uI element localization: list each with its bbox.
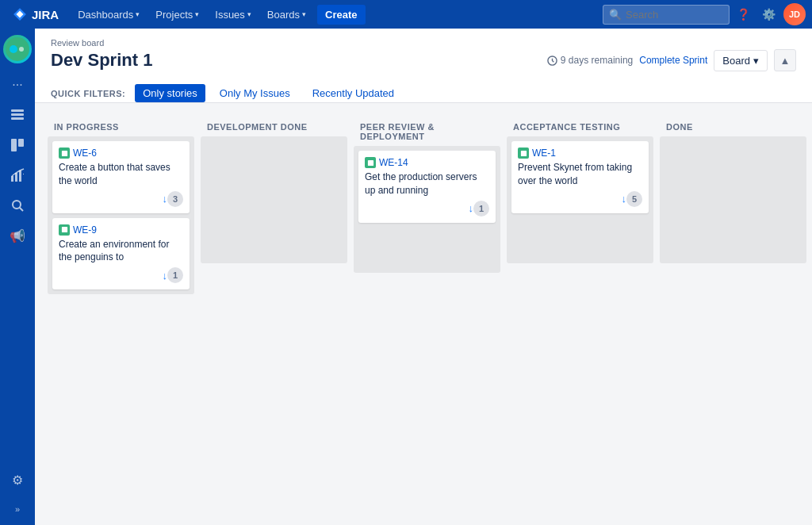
column-development-done: Development Done xyxy=(201,116,347,263)
issue-id: WE-14 xyxy=(365,157,489,168)
settings-button[interactable]: ⚙️ xyxy=(756,2,780,26)
svg-rect-5 xyxy=(11,117,24,120)
column-cards: WE-14 Get the production servers up and … xyxy=(354,146,500,273)
column-header: Acceptance Testing xyxy=(507,116,653,136)
table-row[interactable]: WE-14 Get the production servers up and … xyxy=(358,151,496,223)
sprint-timer: 9 days remaining xyxy=(547,55,633,66)
column-peer-review: Peer Review & Deployment WE-14 Get the p… xyxy=(354,116,500,273)
column-header: Development Done xyxy=(201,116,347,136)
create-button[interactable]: Create xyxy=(317,5,365,25)
column-empty xyxy=(660,136,806,263)
column-header: Done xyxy=(660,116,806,136)
filter-only-issues[interactable]: Only My Issues xyxy=(212,84,298,102)
card-footer: ↓ 3 xyxy=(59,191,183,207)
top-navigation: JIRA Dashboards ▾ Projects ▾ Issues ▾ Bo… xyxy=(0,0,812,29)
issue-type-icon xyxy=(59,148,70,159)
nav-projects[interactable]: Projects ▾ xyxy=(147,0,207,29)
card-footer: ↓ 5 xyxy=(518,191,642,207)
left-sidebar: ··· xyxy=(0,29,35,525)
help-button[interactable]: ❓ xyxy=(731,2,755,26)
quick-filters-label: QUICK FILTERS: xyxy=(51,89,125,98)
jira-logo[interactable]: JIRA xyxy=(6,7,65,21)
board-view-button[interactable]: Board ▾ xyxy=(714,50,768,71)
column-in-progress: In Progress WE-6 Create a button that sa… xyxy=(48,116,194,294)
chevron-down-icon: ▾ xyxy=(136,10,140,18)
board-body: In Progress WE-6 Create a button that sa… xyxy=(35,103,812,307)
svg-line-13 xyxy=(20,208,23,211)
svg-rect-8 xyxy=(11,176,13,182)
svg-rect-9 xyxy=(15,173,17,182)
issue-type-icon xyxy=(365,157,376,168)
svg-rect-11 xyxy=(23,174,24,174)
column-header: Peer Review & Deployment xyxy=(354,116,500,146)
nav-dashboards[interactable]: Dashboards ▾ xyxy=(70,0,147,29)
search-input[interactable] xyxy=(603,5,730,25)
column-acceptance-testing: Acceptance Testing WE-1 Prevent Skynet f… xyxy=(507,116,653,263)
sidebar-bottom: ⚙ » xyxy=(3,465,32,519)
nav-issues[interactable]: Issues ▾ xyxy=(207,0,259,29)
sidebar-announce-icon[interactable]: 📢 xyxy=(3,221,32,250)
card-summary: Create a button that saves the world xyxy=(59,161,183,188)
main-content: Review board Dev Sprint 1 9 days remaini… xyxy=(35,29,812,525)
filter-recently-updated[interactable]: Recently Updated xyxy=(304,84,402,102)
breadcrumb: Review board xyxy=(51,38,796,48)
board-title-row: Dev Sprint 1 9 days remaining Complete S… xyxy=(51,49,796,71)
filter-only-stories[interactable]: Only stories xyxy=(135,84,205,102)
svg-rect-4 xyxy=(11,113,24,116)
card-summary: Get the production servers up and runnin… xyxy=(365,171,489,197)
svg-rect-6 xyxy=(11,139,17,151)
app-layout: ··· xyxy=(0,29,812,525)
quick-filters: QUICK FILTERS: Only stories Only My Issu… xyxy=(51,78,796,102)
backlog-button[interactable]: ▲ xyxy=(774,49,796,71)
clock-icon xyxy=(547,56,557,66)
chevron-down-icon: ▾ xyxy=(247,10,251,18)
page-title: Dev Sprint 1 xyxy=(51,50,152,71)
card-count: 1 xyxy=(167,267,183,283)
card-summary: Create an environment for the penguins t… xyxy=(59,238,183,265)
sidebar-expand-button[interactable]: » xyxy=(3,500,32,519)
svg-point-2 xyxy=(19,47,24,52)
svg-point-12 xyxy=(13,201,21,209)
svg-rect-3 xyxy=(11,109,24,112)
svg-rect-7 xyxy=(18,139,24,147)
issue-type-icon xyxy=(518,148,529,159)
card-count: 5 xyxy=(626,191,642,207)
issue-type-icon xyxy=(59,224,70,236)
svg-point-1 xyxy=(10,45,17,53)
chevron-down-icon: ▾ xyxy=(753,55,759,67)
project-logo[interactable] xyxy=(3,35,32,63)
sidebar-backlog-icon[interactable] xyxy=(3,101,32,129)
avatar[interactable]: JD xyxy=(783,3,806,25)
column-cards: WE-1 Prevent Skynet from taking over the… xyxy=(507,136,653,263)
column-empty xyxy=(201,136,347,263)
sidebar-more-icon[interactable]: ··· xyxy=(3,71,32,99)
issue-id: WE-6 xyxy=(59,148,183,159)
card-footer: ↓ 1 xyxy=(59,267,183,283)
table-row[interactable]: WE-9 Create an environment for the pengu… xyxy=(52,218,190,290)
svg-rect-10 xyxy=(19,171,21,182)
table-row[interactable]: WE-1 Prevent Skynet from taking over the… xyxy=(511,141,649,213)
chevron-down-icon: ▾ xyxy=(195,10,199,18)
card-count: 3 xyxy=(167,191,183,207)
board-header: Review board Dev Sprint 1 9 days remaini… xyxy=(35,29,812,103)
sidebar-board-icon[interactable] xyxy=(3,131,32,159)
chevron-down-icon: ▾ xyxy=(302,10,306,18)
column-done: Done xyxy=(660,116,806,263)
card-footer: ↓ 1 xyxy=(365,201,489,217)
nav-boards[interactable]: Boards ▾ xyxy=(259,0,314,29)
card-summary: Prevent Skynet from taking over the worl… xyxy=(518,161,642,188)
board-actions: 9 days remaining Complete Sprint Board ▾… xyxy=(547,49,796,71)
card-count: 1 xyxy=(473,201,489,217)
issue-id: WE-9 xyxy=(59,224,183,236)
sidebar-reports-icon[interactable] xyxy=(3,161,32,190)
issue-id: WE-1 xyxy=(518,148,642,159)
column-cards: WE-6 Create a button that saves the worl… xyxy=(48,136,194,294)
sidebar-settings-icon[interactable]: ⚙ xyxy=(3,466,32,494)
sidebar-search-icon[interactable] xyxy=(3,191,32,220)
complete-sprint-button[interactable]: Complete Sprint xyxy=(639,55,707,66)
search-wrapper: 🔍 xyxy=(603,5,730,25)
table-row[interactable]: WE-6 Create a button that saves the worl… xyxy=(52,141,190,213)
column-header: In Progress xyxy=(48,116,194,136)
